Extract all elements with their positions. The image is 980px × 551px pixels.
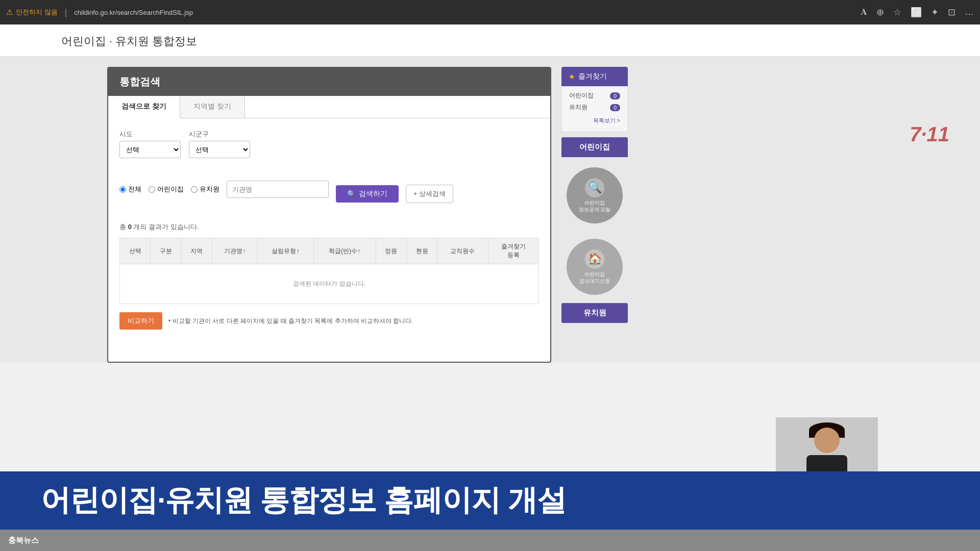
type-radio-group: 전체 어린이집 유치원 🔍 검색하기 + 상세검색 bbox=[119, 176, 453, 203]
fav-daycare-row: 어린이집 0 bbox=[569, 91, 620, 100]
more-icon[interactable]: … bbox=[965, 7, 974, 18]
radio-daycare[interactable] bbox=[149, 186, 155, 193]
security-warning: ⚠ 안전하지 않음 bbox=[6, 8, 58, 17]
col-current: 현원 bbox=[406, 238, 437, 264]
right-sidebar: ★ 즐겨찾기 어린이집 0 유치원 0 목록보기 > 어린이집 🔍 어린이집 정… bbox=[561, 67, 628, 363]
detail-search-button[interactable]: + 상세검색 bbox=[406, 185, 453, 203]
col-region: 지역 bbox=[181, 238, 212, 264]
sigungu-label: 시군구 bbox=[189, 130, 250, 139]
fav-kinder-row: 유치원 0 bbox=[569, 103, 620, 112]
no-data-row: 검색된 데이터가 없습니다. bbox=[120, 264, 539, 304]
radio-kindergarten-text: 유치원 bbox=[200, 185, 219, 194]
table-header-row: 선택 구분 지역 기관명↑ 설립유형↑ 학급(반)수↑ 정원 현원 교직원수 즐… bbox=[120, 238, 539, 264]
results-area: 총 0 개의 결과가 있습니다. 선택 구분 지역 기관명↑ 설립유형↑ 학급(… bbox=[108, 214, 550, 304]
col-select: 선택 bbox=[120, 238, 151, 264]
search-button[interactable]: 🔍 검색하기 bbox=[336, 185, 399, 203]
search-icon: 🔍 bbox=[347, 190, 356, 198]
star-icon: ★ bbox=[569, 72, 575, 81]
browser-icons: 𝐀 ⊕ ☆ ⬜ ✦ ⊡ … bbox=[861, 7, 974, 18]
daycare-info-portal-btn[interactable]: 🔍 어린이집 정보공개 포털 bbox=[567, 167, 623, 223]
col-type: 구분 bbox=[151, 238, 181, 264]
daycare-portal-icon: 🔍 bbox=[585, 178, 604, 197]
channel-watermark: 7·11 bbox=[910, 123, 949, 146]
compare-area: 비교하기 • 비교할 기관이 서로 다른 페이지에 있을 때 즐겨찾기 목록에 … bbox=[108, 304, 550, 341]
col-establish: 설립유형↑ bbox=[258, 238, 313, 264]
warning-icon: ⚠ bbox=[6, 8, 13, 17]
count-prefix: 총 bbox=[119, 223, 126, 231]
col-class: 학급(반)수↑ bbox=[313, 238, 376, 264]
sidebar-cat-kindergarten[interactable]: 유치원 bbox=[561, 303, 628, 323]
sidebar-cat-daycare[interactable]: 어린이집 bbox=[561, 137, 628, 157]
search-panel: 통합검색 검색으로 찾기 지역별 찾기 시도 선택 시군구 선택 bbox=[107, 67, 551, 363]
search-tabs: 검색으로 찾기 지역별 찾기 bbox=[108, 96, 550, 118]
radio-kindergarten[interactable] bbox=[191, 186, 198, 193]
person-head bbox=[814, 428, 840, 453]
col-name: 기관명↑ bbox=[212, 238, 258, 264]
sigungu-group: 시군구 선택 bbox=[189, 130, 250, 158]
url-bar[interactable]: childinfo.go.kr/search/SearchFindSIL.jsp bbox=[74, 9, 855, 16]
col-favorites: 즐겨찾기등록 bbox=[488, 238, 538, 264]
favorites-label: 즐겨찾기 bbox=[578, 72, 607, 81]
favorites-bar: ★ 즐겨찾기 bbox=[561, 67, 628, 86]
institution-name-input[interactable] bbox=[227, 181, 329, 198]
compare-note: • 비교할 기관이 서로 다른 페이지에 있을 때 즐겨찾기 목록에 추가하여 … bbox=[168, 317, 413, 325]
search-row: 시도 선택 시군구 선택 전체 bbox=[119, 130, 539, 203]
tab-search-by-keyword[interactable]: 검색으로 찾기 bbox=[108, 96, 180, 118]
count-number: 0 bbox=[128, 223, 132, 231]
results-count: 총 0 개의 결과가 있습니다. bbox=[119, 222, 539, 232]
favorites-sub: 어린이집 0 유치원 0 목록보기 > bbox=[561, 86, 628, 132]
page-header: 어린이집 · 유치원 통합정보 bbox=[0, 24, 980, 57]
reader-mode-icon[interactable]: 𝐀 bbox=[861, 7, 867, 18]
daycare-waitlist-label: 어린이집 압소대기신청 bbox=[579, 271, 610, 284]
tab-search-by-region[interactable]: 지역별 찾기 bbox=[180, 96, 245, 118]
page-title: 어린이집 · 유치원 통합정보 bbox=[61, 34, 980, 49]
collections-icon[interactable]: ✦ bbox=[931, 7, 939, 18]
warning-text: 안전하지 않음 bbox=[16, 8, 58, 17]
daycare-waitlist-btn[interactable]: 🏠 어린이집 압소대기신청 bbox=[567, 239, 623, 295]
browser-bar: ⚠ 안전하지 않음 | childinfo.go.kr/search/Searc… bbox=[0, 0, 980, 24]
sido-label: 시도 bbox=[119, 130, 181, 139]
sido-group: 시도 선택 bbox=[119, 130, 181, 158]
col-capacity: 정원 bbox=[376, 238, 406, 264]
sigungu-select[interactable]: 선택 bbox=[189, 141, 250, 158]
radio-all[interactable] bbox=[119, 186, 126, 193]
news-banner: 어린이집·유치원 통합정보 홈페이지 개설 충북뉴스 bbox=[0, 471, 980, 551]
radio-daycare-label[interactable]: 어린이집 bbox=[149, 185, 184, 194]
search-form-area: 시도 선택 시군구 선택 전체 bbox=[108, 118, 550, 214]
count-suffix: 개의 결과가 있습니다. bbox=[133, 223, 199, 231]
search-button-label: 검색하기 bbox=[359, 189, 387, 198]
divider: | bbox=[65, 7, 67, 18]
fav-kinder-badge: 0 bbox=[610, 104, 620, 111]
news-station: 충북뉴스 bbox=[8, 536, 39, 545]
no-data-text: 검색된 데이터가 없습니다. bbox=[120, 264, 539, 304]
zoom-icon[interactable]: ⊕ bbox=[876, 7, 884, 18]
radio-all-label[interactable]: 전체 bbox=[119, 185, 141, 194]
fav-list-link[interactable]: 목록보기 > bbox=[569, 115, 620, 127]
favorites-icon[interactable]: ☆ bbox=[893, 7, 901, 18]
news-sub-bar: 충북뉴스 bbox=[0, 530, 980, 551]
radio-daycare-text: 어린이집 bbox=[157, 185, 184, 194]
news-headline: 어린이집·유치원 통합정보 홈페이지 개설 bbox=[0, 471, 980, 530]
sido-select[interactable]: 선택 bbox=[119, 141, 181, 158]
col-staff: 교직원수 bbox=[437, 238, 488, 264]
compare-button[interactable]: 비교하기 bbox=[119, 312, 162, 330]
search-panel-header: 통합검색 bbox=[108, 68, 550, 96]
main-area: 통합검색 검색으로 찾기 지역별 찾기 시도 선택 시군구 선택 bbox=[0, 57, 980, 363]
daycare-portal-label: 어린이집 정보공개 포털 bbox=[579, 199, 611, 213]
radio-kindergarten-label[interactable]: 유치원 bbox=[191, 185, 219, 194]
daycare-waitlist-icon: 🏠 bbox=[585, 249, 604, 269]
results-table: 선택 구분 지역 기관명↑ 설립유형↑ 학급(반)수↑ 정원 현원 교직원수 즐… bbox=[119, 238, 539, 304]
radio-all-text: 전체 bbox=[128, 185, 141, 194]
fav-kinder-label: 유치원 bbox=[569, 103, 587, 112]
fav-daycare-badge: 0 bbox=[610, 92, 620, 99]
share-icon[interactable]: ⊡ bbox=[948, 7, 955, 18]
fav-daycare-label: 어린이집 bbox=[569, 91, 594, 100]
tab-icon[interactable]: ⬜ bbox=[911, 7, 922, 18]
